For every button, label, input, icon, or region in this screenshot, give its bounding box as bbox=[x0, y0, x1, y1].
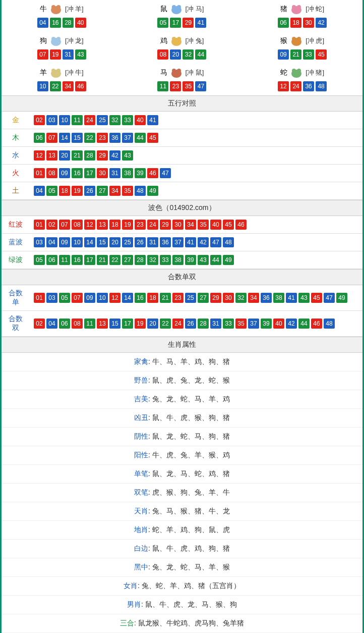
zodiac-grid: 牛 [冲 羊] 04162840 鼠 [冲 马] 05172941 猪 [冲 蛇… bbox=[2, 0, 362, 95]
number-ball: 29 bbox=[97, 150, 108, 161]
attr-val: : 鼠、牛、虎、龙、马、猴、狗 bbox=[141, 600, 237, 608]
number-ball: 30 bbox=[303, 18, 314, 28]
number-ball: 45 bbox=[147, 133, 158, 143]
attr-val: : 鼠、牛、虎、猴、狗、猪 bbox=[148, 413, 230, 421]
number-ball: 40 bbox=[273, 319, 284, 329]
number-ball: 13 bbox=[97, 319, 108, 329]
number-ball: 03 bbox=[46, 293, 57, 303]
number-ball: 21 bbox=[97, 255, 108, 265]
number-ball: 36 bbox=[160, 237, 171, 247]
number-ball: 42 bbox=[286, 319, 297, 329]
number-ball: 34 bbox=[248, 293, 259, 303]
zodiac-cell: 蛇 [冲 猪] 12243648 bbox=[242, 64, 362, 95]
number-ball: 29 bbox=[160, 220, 171, 230]
svg-point-5 bbox=[177, 5, 181, 9]
number-ball: 16 bbox=[50, 18, 61, 28]
section-heshu-title: 合数单双 bbox=[2, 269, 362, 285]
number-ball: 14 bbox=[122, 293, 133, 303]
zodiac-cell: 鸡 [冲 兔] 08203244 bbox=[122, 32, 242, 64]
number-ball: 26 bbox=[135, 237, 146, 247]
number-ball: 04 bbox=[46, 237, 57, 247]
svg-point-10 bbox=[51, 37, 55, 41]
number-ball: 36 bbox=[303, 81, 314, 91]
svg-point-17 bbox=[297, 37, 301, 41]
rat-icon bbox=[168, 3, 185, 15]
number-ball: 49 bbox=[147, 186, 158, 196]
number-ball: 32 bbox=[109, 115, 120, 125]
number-ball: 23 bbox=[135, 220, 146, 230]
number-ball: 31 bbox=[109, 168, 120, 178]
number-ball: 41 bbox=[286, 293, 297, 303]
row-label: 火 bbox=[2, 165, 30, 182]
number-ball: 45 bbox=[316, 49, 327, 60]
number-ball: 18 bbox=[290, 18, 301, 28]
number-ball: 27 bbox=[198, 293, 209, 303]
zodiac-clash: [冲 猪] bbox=[306, 68, 324, 77]
number-ball: 01 bbox=[34, 168, 45, 178]
number-ball: 16 bbox=[72, 255, 83, 265]
zodiac-name: 猴 bbox=[280, 36, 287, 45]
zodiac-clash: [冲 马] bbox=[186, 5, 204, 14]
number-ball: 32 bbox=[147, 255, 158, 265]
zodiac-cell: 猴 [冲 虎] 09213345 bbox=[242, 32, 362, 64]
monkey-icon bbox=[288, 35, 305, 47]
number-ball: 46 bbox=[311, 319, 322, 329]
number-ball: 48 bbox=[324, 319, 335, 329]
number-ball: 41 bbox=[147, 115, 158, 125]
number-ball: 06 bbox=[59, 319, 70, 329]
number-ball: 28 bbox=[198, 319, 209, 329]
attr-val: : 牛、虎、兔、羊、猴、鸡 bbox=[148, 451, 230, 459]
svg-point-25 bbox=[292, 69, 296, 73]
number-ball: 01 bbox=[34, 220, 45, 230]
attr-key: 黑中 bbox=[134, 563, 148, 571]
attr-key: 凶丑 bbox=[134, 413, 148, 421]
number-ball: 31 bbox=[63, 49, 74, 60]
attr-val: : 兔、马、猴、猪、牛、龙 bbox=[148, 507, 230, 515]
number-ball: 21 bbox=[160, 293, 171, 303]
attr-val: : 鼠、龙、蛇、马、狗、猪 bbox=[148, 432, 230, 440]
attr-val: : 牛、马、羊、鸡、狗、猪 bbox=[148, 357, 230, 365]
attr-row: 女肖: 兔、蛇、羊、鸡、猪（五宫肖） bbox=[2, 577, 362, 596]
number-ball: 42 bbox=[316, 18, 327, 28]
number-ball: 04 bbox=[34, 186, 45, 196]
number-ball: 45 bbox=[223, 220, 234, 230]
attr-key: 阴性 bbox=[134, 432, 148, 440]
row-label: 水 bbox=[2, 147, 30, 165]
number-ball: 28 bbox=[63, 18, 74, 28]
section-wuxing-title: 五行对照 bbox=[2, 95, 362, 112]
attrs-list: 家禽: 牛、马、羊、鸡、狗、猪 野兽: 鼠、虎、兔、龙、蛇、猴 吉美: 兔、龙、… bbox=[2, 353, 362, 633]
wuxing-table: 金 02031011242532334041 木 060714152223363… bbox=[2, 112, 362, 200]
number-ball: 25 bbox=[185, 293, 196, 303]
attr-key: 男肖 bbox=[127, 600, 141, 608]
number-ball: 47 bbox=[195, 81, 206, 91]
attr-val: : 兔、龙、蛇、马、羊、鸡 bbox=[148, 395, 230, 403]
svg-point-16 bbox=[292, 37, 296, 41]
number-ball: 06 bbox=[34, 133, 45, 143]
number-ball: 41 bbox=[195, 18, 206, 28]
number-ball: 46 bbox=[235, 220, 247, 230]
attr-row: 家禽: 牛、马、羊、鸡、狗、猪 bbox=[2, 353, 362, 372]
attr-key: 白边 bbox=[134, 544, 148, 552]
number-ball: 05 bbox=[34, 255, 45, 265]
number-ball: 49 bbox=[336, 293, 347, 303]
number-ball: 22 bbox=[160, 319, 171, 329]
svg-point-23 bbox=[177, 69, 181, 73]
number-ball: 05 bbox=[46, 186, 57, 196]
rooster-icon bbox=[168, 35, 185, 47]
number-ball: 25 bbox=[122, 237, 133, 247]
number-ball: 10 bbox=[37, 81, 48, 91]
table-row: 水 1213202128294243 bbox=[2, 147, 362, 165]
number-ball: 45 bbox=[311, 293, 322, 303]
table-row: 蓝波 03040910141520252631363741424748 bbox=[2, 234, 362, 251]
number-ball: 38 bbox=[172, 255, 184, 265]
number-ball: 23 bbox=[172, 293, 184, 303]
svg-point-19 bbox=[51, 69, 55, 73]
attr-key: 单笔 bbox=[134, 469, 148, 478]
number-ball: 18 bbox=[147, 293, 158, 303]
number-ball: 36 bbox=[109, 133, 120, 143]
number-ball: 11 bbox=[59, 255, 70, 265]
number-ball: 33 bbox=[122, 115, 133, 125]
number-ball: 33 bbox=[160, 255, 171, 265]
number-ball: 29 bbox=[210, 293, 221, 303]
number-ball: 33 bbox=[303, 49, 314, 60]
